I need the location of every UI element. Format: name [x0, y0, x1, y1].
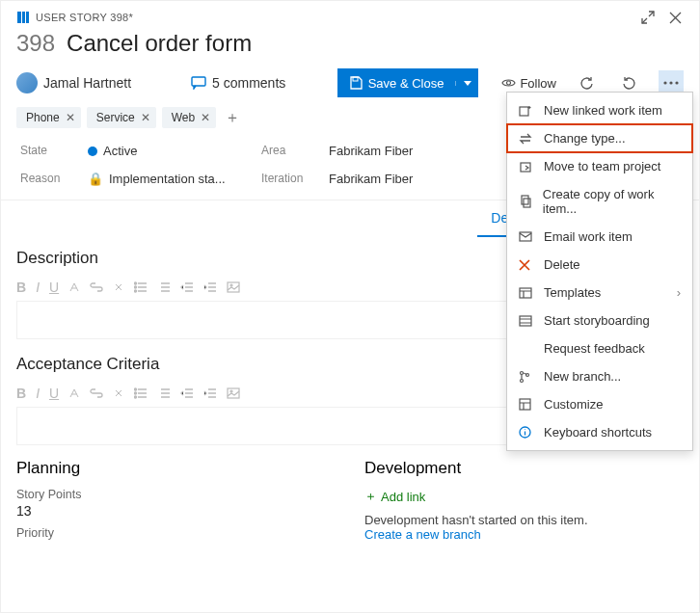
- save-and-close-button[interactable]: Save & Close: [337, 68, 479, 97]
- svg-rect-20: [521, 163, 530, 172]
- change-type-icon: [519, 133, 534, 145]
- svg-point-14: [135, 388, 137, 390]
- development-title: Development: [364, 459, 684, 478]
- close-icon[interactable]: [666, 9, 684, 26]
- save-split-button[interactable]: [455, 81, 478, 86]
- tag-web[interactable]: Web✕: [162, 107, 216, 128]
- comments-link[interactable]: 5 comments: [191, 75, 285, 91]
- area-value[interactable]: Fabrikam Fiber: [329, 144, 522, 158]
- bold-button[interactable]: B: [16, 280, 26, 295]
- iteration-value[interactable]: Fabrikam Fiber: [329, 172, 522, 186]
- outdent-button[interactable]: [180, 387, 194, 399]
- tag-service[interactable]: Service✕: [87, 107, 156, 128]
- bullet-list-button[interactable]: [134, 281, 148, 293]
- number-list-button[interactable]: [157, 281, 171, 293]
- menu-customize[interactable]: Customize: [507, 390, 692, 418]
- bold-button[interactable]: B: [16, 386, 26, 401]
- add-link-button[interactable]: ＋ Add link: [364, 488, 684, 505]
- follow-button[interactable]: Follow: [501, 76, 556, 91]
- bullet-list-button[interactable]: [134, 387, 148, 399]
- menu-change-type[interactable]: Change type...: [507, 124, 692, 152]
- outdent-button[interactable]: [180, 281, 194, 293]
- menu-storyboard[interactable]: Start storyboarding: [507, 306, 692, 334]
- area-label: Area: [261, 144, 319, 158]
- expand-icon[interactable]: [639, 9, 657, 26]
- image-button[interactable]: [227, 387, 240, 399]
- save-label: Save & Close: [368, 76, 444, 91]
- development-text: Development hasn't started on this item.: [364, 513, 684, 527]
- iteration-label: Iteration: [261, 172, 319, 186]
- svg-point-15: [135, 392, 137, 394]
- clear-format-button[interactable]: [113, 281, 124, 293]
- link-button[interactable]: [90, 388, 103, 398]
- underline-button[interactable]: U: [49, 386, 59, 401]
- indent-button[interactable]: [203, 387, 217, 399]
- svg-rect-25: [520, 316, 531, 326]
- svg-point-18: [230, 390, 232, 392]
- svg-point-16: [135, 396, 137, 398]
- comments-count: 5 comments: [212, 75, 285, 91]
- tag-remove-icon[interactable]: ✕: [201, 111, 210, 124]
- menu-email[interactable]: Email work item: [507, 223, 692, 251]
- menu-new-linked[interactable]: New linked work item: [507, 96, 692, 124]
- lock-icon: 🔒: [88, 172, 103, 186]
- underline-button[interactable]: U: [49, 280, 59, 295]
- svg-point-9: [135, 282, 137, 284]
- indent-button[interactable]: [203, 281, 217, 293]
- comments-icon: [191, 76, 206, 90]
- svg-point-27: [521, 379, 524, 382]
- copy-icon: [519, 195, 533, 208]
- image-button[interactable]: [227, 281, 240, 293]
- reason-value[interactable]: 🔒Implementation sta...: [88, 172, 252, 186]
- menu-feedback[interactable]: Request feedback: [507, 334, 692, 362]
- italic-button[interactable]: I: [36, 280, 40, 295]
- create-branch-link[interactable]: Create a new branch: [364, 527, 684, 542]
- menu-create-copy[interactable]: Create copy of work item...: [507, 180, 692, 223]
- story-points-value[interactable]: 13: [16, 503, 336, 519]
- menu-templates[interactable]: Templates ›: [507, 279, 692, 306]
- storyboard-icon: [519, 315, 534, 327]
- state-value[interactable]: Active: [88, 144, 252, 158]
- tag-remove-icon[interactable]: ✕: [66, 111, 75, 124]
- work-item-title[interactable]: Cancel order form: [67, 30, 252, 57]
- avatar: [16, 72, 38, 93]
- tag-remove-icon[interactable]: ✕: [141, 111, 150, 124]
- state-dot-icon: [88, 147, 97, 156]
- svg-point-6: [663, 81, 666, 84]
- move-icon: [519, 160, 534, 173]
- svg-rect-2: [26, 12, 29, 23]
- italic-button[interactable]: I: [36, 386, 40, 401]
- add-tag-button[interactable]: ＋: [222, 107, 243, 128]
- work-item-type-icon: [16, 11, 30, 24]
- planning-section: Planning Story Points 13 Priority: [16, 459, 336, 542]
- svg-point-13: [230, 284, 232, 286]
- font-button[interactable]: [68, 281, 80, 293]
- clear-format-button[interactable]: [113, 387, 124, 399]
- menu-move-team[interactable]: Move to team project: [507, 152, 692, 180]
- svg-rect-1: [22, 12, 25, 23]
- work-item-id: 398: [16, 30, 55, 57]
- assignee[interactable]: Jamal Hartnett: [16, 72, 131, 93]
- branch-icon: [519, 370, 534, 384]
- number-list-button[interactable]: [157, 387, 171, 399]
- menu-shortcuts[interactable]: Keyboard shortcuts: [507, 418, 692, 446]
- tag-phone[interactable]: Phone✕: [16, 107, 81, 128]
- planning-title: Planning: [16, 459, 336, 478]
- svg-point-7: [669, 81, 672, 84]
- svg-rect-21: [522, 196, 528, 204]
- menu-delete[interactable]: Delete: [507, 251, 692, 279]
- svg-point-11: [135, 290, 137, 292]
- follow-label: Follow: [520, 76, 556, 91]
- font-button[interactable]: [68, 387, 80, 399]
- plus-icon: ＋: [364, 488, 377, 505]
- svg-rect-22: [524, 199, 530, 207]
- svg-rect-3: [192, 77, 205, 86]
- link-button[interactable]: [90, 282, 103, 292]
- more-actions-menu: New linked work item Change type... Move…: [506, 92, 693, 451]
- svg-rect-24: [520, 288, 531, 298]
- header-topline: USER STORY 398*: [16, 9, 684, 26]
- menu-new-branch[interactable]: New branch...: [507, 362, 692, 390]
- type-label: USER STORY 398*: [36, 12, 133, 23]
- title-row: 398 Cancel order form: [1, 26, 699, 68]
- delete-icon: [519, 259, 534, 271]
